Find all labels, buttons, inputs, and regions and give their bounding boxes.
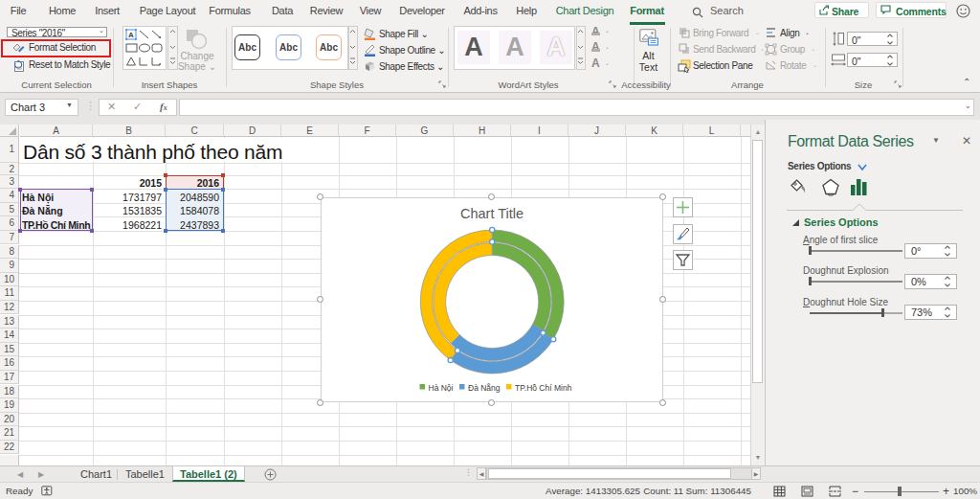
svg-text:Hà Nội: Hà Nội bbox=[428, 383, 453, 393]
svg-text:Chart Title: Chart Title bbox=[459, 206, 523, 221]
svg-text:TP.Hồ Chí Minh: TP.Hồ Chí Minh bbox=[515, 383, 572, 393]
svg-text:Đà Nẵng: Đà Nẵng bbox=[468, 383, 501, 393]
svg-text:A: A bbox=[128, 31, 134, 39]
